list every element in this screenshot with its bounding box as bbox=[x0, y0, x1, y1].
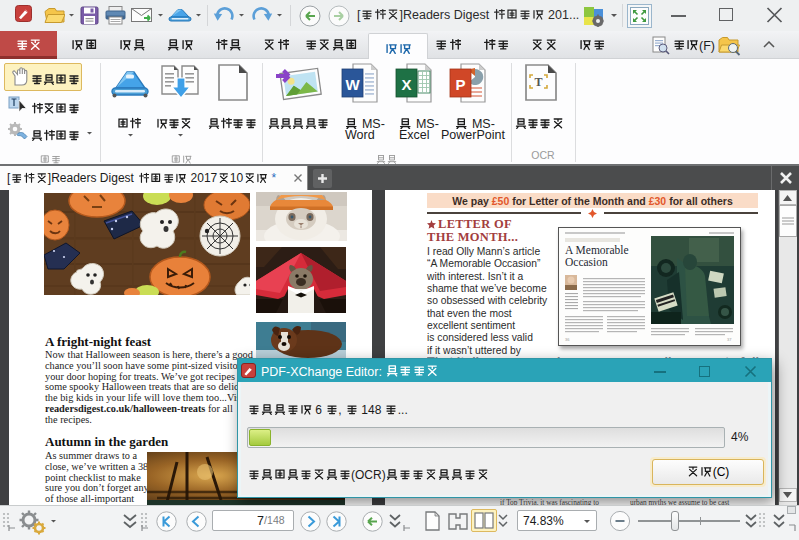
svg-text:37: 37 bbox=[727, 337, 732, 342]
svg-text:T: T bbox=[534, 75, 542, 89]
svg-text:W: W bbox=[345, 76, 360, 93]
svg-text:X: X bbox=[401, 76, 411, 93]
svg-text:36: 36 bbox=[565, 337, 570, 342]
svg-text:Occasion: Occasion bbox=[565, 256, 608, 268]
svg-text:A Memorable: A Memorable bbox=[565, 244, 629, 256]
svg-text:P: P bbox=[455, 76, 465, 93]
